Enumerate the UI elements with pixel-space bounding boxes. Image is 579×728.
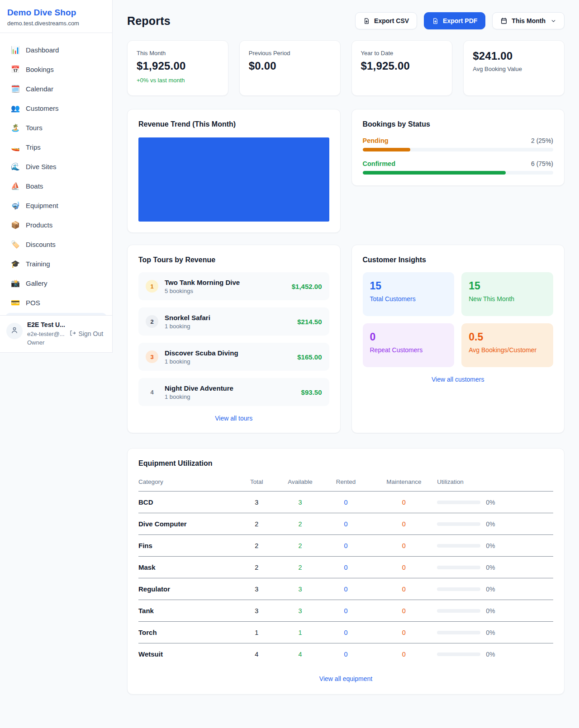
sidebar: Demo Dive Shop demo.test.divestreams.com…: [0, 0, 113, 353]
status-rows: Pending 2 (25%) Confirmed 6 (75%): [363, 137, 554, 175]
status-bar-fill: [363, 171, 506, 175]
equipment-rented: 0: [321, 578, 370, 600]
equipment-total: 3: [234, 600, 280, 622]
sidebar-item-training[interactable]: 🎓 Training: [5, 254, 107, 274]
sidebar-item-customers[interactable]: 👥 Customers: [5, 99, 107, 118]
sidebar-item-dashboard[interactable]: 📊 Dashboard: [5, 40, 107, 60]
equipment-available: 4: [280, 643, 321, 665]
view-all-customers-link[interactable]: View all customers: [363, 376, 554, 383]
sidebar-item-label: Products: [26, 221, 52, 229]
dive-sites-icon: 🌊: [11, 162, 20, 171]
period-selector[interactable]: This Month: [492, 12, 565, 29]
customer-insights-title: Customer Insights: [363, 256, 554, 264]
tour-bookings: 1 booking: [165, 323, 291, 330]
export-pdf-label: Export PDF: [443, 17, 477, 24]
revenue-trend-card: Revenue Trend (This Month): [127, 109, 341, 233]
revenue-trend-title: Revenue Trend (This Month): [138, 120, 329, 128]
equipment-category: Mask: [138, 557, 234, 578]
bookings-by-status-card: Bookings by Status Pending 2 (25%) Confi…: [351, 109, 565, 186]
stat-card: Previous Period $0.00: [239, 40, 341, 96]
status-label: Pending: [363, 137, 389, 144]
sidebar-item-pos[interactable]: 💳 POS: [5, 293, 107, 312]
equipment-table-row: Torch 1 1 0 0 0%: [138, 622, 553, 643]
sidebar-item-calendar[interactable]: 🗓️ Calendar: [5, 79, 107, 99]
sidebar-item-bookings[interactable]: 📅 Bookings: [5, 60, 107, 79]
sidebar-header: Demo Dive Shop demo.test.divestreams.com: [0, 0, 112, 33]
tour-bookings: 5 bookings: [165, 288, 285, 294]
view-all-tours-link[interactable]: View all tours: [138, 415, 329, 422]
equipment-maintenance: 0: [370, 622, 437, 643]
insight-value: 0: [370, 331, 447, 343]
sidebar-item-gallery[interactable]: 📸 Gallery: [5, 274, 107, 293]
trips-icon: 🚤: [11, 143, 20, 151]
status-count: 2 (25%): [531, 137, 553, 144]
utilization-bar-track: [437, 631, 480, 634]
equipment-rented: 0: [321, 622, 370, 643]
sidebar-item-boats[interactable]: ⛵ Boats: [5, 176, 107, 196]
status-count: 6 (75%): [531, 160, 553, 167]
insight-tiles: 15 Total Customers 15 New This Month 0 R…: [363, 272, 554, 367]
equipment-available: 3: [280, 492, 321, 513]
equipment-maintenance: 0: [370, 578, 437, 600]
discounts-icon: 🏷️: [11, 240, 20, 249]
insight-label: New This Month: [469, 295, 546, 303]
tour-rank-badge: 3: [146, 350, 158, 363]
status-row: Confirmed 6 (75%): [363, 160, 554, 175]
equipment-category: Dive Computer: [138, 513, 234, 535]
sidebar-item-equipment[interactable]: 🤿 Equipment: [5, 196, 107, 215]
dashboard-icon: 📊: [11, 46, 20, 54]
equipment-table-row: Tank 3 3 0 0 0%: [138, 600, 553, 622]
sign-out-button[interactable]: Sign Out: [69, 330, 103, 338]
sidebar-item-trips[interactable]: 🚤 Trips: [5, 137, 107, 157]
equipment-rented: 0: [321, 492, 370, 513]
tour-row: 1 Two Tank Morning Dive 5 bookings $1,45…: [138, 272, 329, 300]
sidebar-item-label: POS: [26, 299, 40, 307]
equipment-total: 4: [234, 643, 280, 665]
insight-value: 15: [469, 280, 546, 292]
stat-value: $1,925.00: [361, 60, 443, 72]
insight-tile: 15 New This Month: [461, 272, 553, 316]
shop-name[interactable]: Demo Dive Shop: [7, 8, 105, 18]
tours-list: 1 Two Tank Morning Dive 5 bookings $1,45…: [138, 272, 329, 406]
equipment-maintenance: 0: [370, 513, 437, 535]
equipment-maintenance: 0: [370, 643, 437, 665]
equipment-maintenance: 0: [370, 557, 437, 578]
equipment-rented: 0: [321, 513, 370, 535]
equipment-total: 3: [234, 578, 280, 600]
insight-value: 15: [370, 280, 447, 292]
column-header-utilization: Utilization: [437, 474, 553, 492]
utilization-percent: 0%: [486, 499, 495, 506]
equipment-rented: 0: [321, 535, 370, 557]
tour-row: 2 Snorkel Safari 1 booking $214.50: [138, 307, 329, 336]
equipment-rented: 0: [321, 557, 370, 578]
calendar-icon: 🗓️: [11, 85, 20, 93]
equipment-category: Torch: [138, 622, 234, 643]
status-row: Pending 2 (25%): [363, 137, 554, 151]
equipment-total: 1: [234, 622, 280, 643]
equipment-total: 2: [234, 535, 280, 557]
sidebar-item-label: Tours: [26, 124, 43, 132]
export-pdf-button[interactable]: Export PDF: [424, 12, 485, 29]
sidebar-item-dive-sites[interactable]: 🌊 Dive Sites: [5, 157, 107, 176]
column-header-total: Total: [234, 474, 280, 492]
bookings-icon: 📅: [11, 65, 20, 74]
utilization-percent: 0%: [486, 520, 495, 528]
tour-name: Two Tank Morning Dive: [165, 279, 285, 286]
column-header-maintenance: Maintenance: [370, 474, 437, 492]
sidebar-item-tours[interactable]: 🏝️ Tours: [5, 118, 107, 137]
chevron-down-icon: [551, 18, 556, 24]
utilization-percent: 0%: [486, 542, 495, 549]
sidebar-item-products[interactable]: 📦 Products: [5, 215, 107, 235]
equipment-rented: 0: [321, 600, 370, 622]
utilization-bar-track: [437, 544, 480, 548]
sidebar-item-discounts[interactable]: 🏷️ Discounts: [5, 235, 107, 254]
shop-domain: demo.test.divestreams.com: [7, 20, 105, 27]
sidebar-item-label: Customers: [26, 104, 59, 112]
equipment-table-row: Fins 2 2 0 0 0%: [138, 535, 553, 557]
equipment-available: 3: [280, 578, 321, 600]
tour-amount: $214.50: [297, 318, 322, 326]
insight-value: 0.5: [469, 331, 546, 343]
sidebar-item-label: Bookings: [26, 66, 54, 73]
view-all-equipment-link[interactable]: View all equipment: [138, 675, 553, 682]
export-csv-button[interactable]: Export CSV: [355, 12, 417, 29]
